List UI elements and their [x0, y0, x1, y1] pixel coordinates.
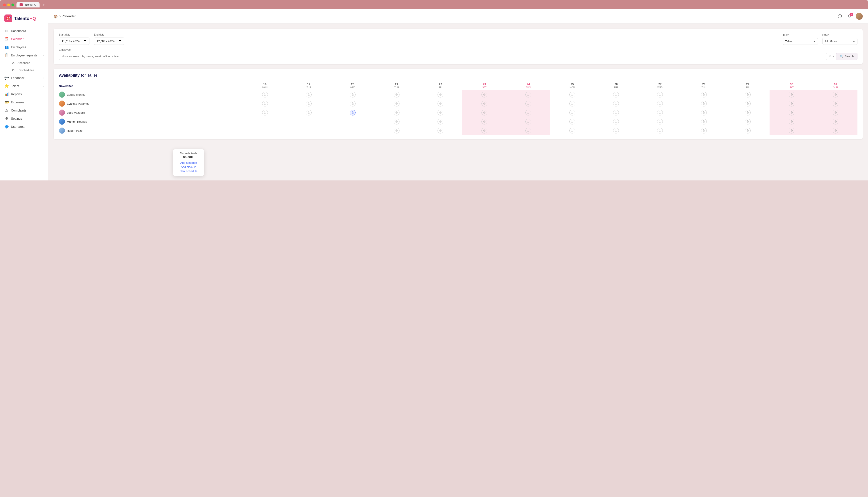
clock-cell[interactable]: ⏱	[613, 92, 619, 98]
clock-cell[interactable]: ⏱	[701, 92, 707, 98]
user-avatar-button[interactable]	[856, 13, 863, 20]
clock-cell[interactable]: ⏱	[569, 110, 575, 115]
sidebar-item-calendar[interactable]: 📅 Calendar	[0, 35, 48, 43]
new-schedule-link[interactable]: New schedule	[177, 169, 201, 173]
home-icon[interactable]: 🏠	[54, 14, 58, 18]
search-expand-button[interactable]: ▾	[833, 55, 835, 58]
clock-cell[interactable]: ⏱	[481, 101, 487, 106]
clock-cell[interactable]: ⏱	[657, 101, 663, 106]
sidebar-item-employees[interactable]: 👥 Employees	[0, 43, 48, 51]
clock-cell[interactable]: ⏱	[569, 101, 575, 106]
clock-cell[interactable]: ⏱	[394, 110, 400, 115]
sidebar-item-settings[interactable]: ⚙ Settings	[0, 114, 48, 123]
clock-cell[interactable]: ⏱	[394, 101, 400, 106]
clock-cell[interactable]: ⏱	[569, 128, 575, 133]
sidebar-item-employee-requests[interactable]: 📋 Employee requests ▾	[0, 51, 48, 59]
table-row: Lupe Vázquez ⏱ ⏱ ⏱ ⏱ ⏱ ⏱ ⏱ ⏱	[59, 108, 857, 117]
clock-cell[interactable]: ⏱	[438, 128, 443, 133]
sidebar-item-complaints[interactable]: ⚠ Complaints	[0, 106, 48, 114]
clock-cell[interactable]: ⏱	[306, 92, 312, 98]
sidebar-item-feedback[interactable]: 💬 Feedback ›	[0, 74, 48, 82]
clock-cell[interactable]: ⏱	[394, 119, 400, 125]
clock-cell[interactable]: ⏱	[701, 101, 707, 106]
add-absence-link[interactable]: Add absence	[177, 161, 201, 165]
clock-cell[interactable]: ⏱	[789, 92, 794, 98]
team-select[interactable]: Taller	[783, 38, 818, 45]
info-button[interactable]: i	[836, 13, 843, 20]
clock-cell[interactable]: ⏱	[525, 110, 531, 115]
clock-cell[interactable]: ⏱	[832, 119, 838, 125]
close-button[interactable]	[3, 3, 6, 6]
clock-cell[interactable]: ⏱	[613, 110, 619, 115]
sidebar-item-expenses[interactable]: 💳 Expenses	[0, 98, 48, 106]
start-date-input[interactable]	[59, 38, 89, 45]
clock-cell[interactable]: ⏱	[262, 110, 268, 115]
clock-cell[interactable]: ⏱	[481, 128, 487, 133]
clock-cell[interactable]: ⏱	[832, 92, 838, 98]
clock-cell[interactable]: ⏱	[394, 128, 400, 133]
clock-cell[interactable]: ⏱	[306, 101, 312, 106]
clock-cell[interactable]: ⏱	[438, 101, 443, 106]
new-tab-button[interactable]: +	[42, 3, 46, 7]
sidebar-item-label: Absences	[17, 61, 30, 65]
search-clear-button[interactable]: ✕	[829, 55, 831, 58]
add-clock-in-link[interactable]: Add clock in	[177, 165, 201, 169]
clock-cell[interactable]: ⏱	[789, 119, 794, 125]
sidebar-item-user-area[interactable]: 🔷 User area	[0, 123, 48, 131]
clock-cell[interactable]: ⏱	[481, 92, 487, 98]
clock-cell[interactable]: ⏱	[701, 119, 707, 125]
clock-cell[interactable]: ⏱	[832, 101, 838, 106]
office-select[interactable]: All offices	[822, 38, 857, 45]
clock-cell[interactable]: ⏱	[438, 119, 443, 125]
clock-cell[interactable]: ⏱	[525, 119, 531, 125]
clock-cell[interactable]: ⏱	[350, 92, 356, 98]
search-button[interactable]: 🔍 Search	[836, 53, 857, 60]
clock-cell[interactable]: ⏱	[525, 92, 531, 98]
clock-cell[interactable]: ⏱	[613, 119, 619, 125]
clock-cell[interactable]: ⏱	[569, 92, 575, 98]
clock-cell[interactable]: ⏱	[745, 110, 750, 115]
employee-name: Basilio Montes	[67, 93, 85, 96]
clock-cell[interactable]: ⏱	[613, 128, 619, 133]
clock-cell[interactable]: ⏱	[701, 128, 707, 133]
clock-cell[interactable]: ⏱	[745, 119, 750, 125]
clock-cell[interactable]: ⏱	[701, 110, 707, 115]
clock-cell[interactable]: ⏱	[481, 119, 487, 125]
end-date-input[interactable]	[94, 38, 124, 45]
clock-cell[interactable]: ⏱	[657, 128, 663, 133]
employee-search-input[interactable]	[59, 53, 827, 60]
clock-cell[interactable]: ⏱	[438, 110, 443, 115]
clock-cell[interactable]: ⏱	[745, 101, 750, 106]
clock-cell[interactable]: ⏱	[262, 92, 268, 98]
clock-cell[interactable]: ⏱	[657, 92, 663, 98]
clock-cell[interactable]: ⏱	[832, 110, 838, 115]
clock-cell[interactable]: ⏱	[745, 128, 750, 133]
clock-cell[interactable]: ⏱	[569, 119, 575, 125]
minimize-button[interactable]	[7, 3, 10, 6]
clock-cell[interactable]: ⏱	[262, 101, 268, 106]
sidebar-item-reschedules[interactable]: ↺ Reschedules	[11, 67, 48, 74]
clock-cell[interactable]: ⏱	[438, 92, 443, 98]
clock-cell[interactable]: ⏱	[613, 101, 619, 106]
clock-cell[interactable]: ⏱	[525, 101, 531, 106]
clock-cell[interactable]: ⏱	[481, 110, 487, 115]
clock-cell[interactable]: ⏱	[789, 110, 794, 115]
clock-cell-active[interactable]: ⏱	[350, 110, 356, 115]
clock-cell[interactable]: ⏱	[350, 101, 356, 106]
clock-cell[interactable]: ⏱	[394, 92, 400, 98]
clock-cell[interactable]: ⏱	[657, 110, 663, 115]
sidebar-item-reports[interactable]: 📊 Reports	[0, 90, 48, 98]
clock-cell[interactable]: ⏱	[657, 119, 663, 125]
clock-cell[interactable]: ⏱	[789, 128, 794, 133]
clock-cell[interactable]: ⏱	[745, 92, 750, 98]
sidebar-item-dashboard[interactable]: ⊞ Dashboard	[0, 27, 48, 35]
sidebar-item-label: Expenses	[11, 101, 24, 104]
browser-tab[interactable]: TalentoHQ	[16, 2, 40, 8]
clock-cell[interactable]: ⏱	[306, 110, 312, 115]
maximize-button[interactable]	[11, 3, 14, 6]
sidebar-item-absences[interactable]: ✕ Absences	[11, 59, 48, 67]
clock-cell[interactable]: ⏱	[789, 101, 794, 106]
sidebar-item-talent[interactable]: ⭐ Talent ›	[0, 82, 48, 90]
clock-cell[interactable]: ⏱	[525, 128, 531, 133]
clock-cell[interactable]: ⏱	[832, 128, 838, 133]
